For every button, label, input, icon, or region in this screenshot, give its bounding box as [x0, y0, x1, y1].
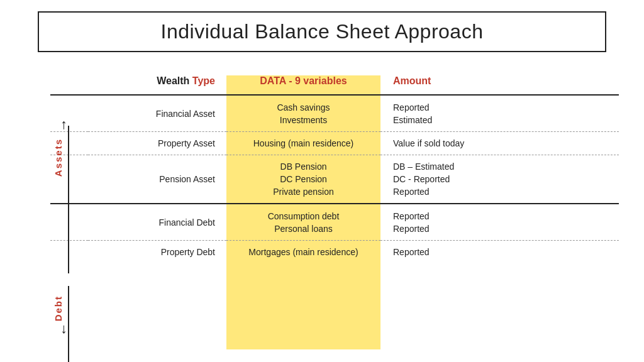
personal-loans-data: Personal loans: [226, 222, 380, 241]
arrow-up-icon: ↑: [60, 116, 67, 133]
private-pension-amount: Reported: [380, 185, 619, 204]
property-asset-row: Property Asset Housing (main residence) …: [50, 132, 619, 155]
header-row: Wealth Type DATA - 9 variables Amount: [50, 75, 619, 95]
title-box: Individual Balance Sheet Approach: [38, 11, 606, 52]
debt-label: Debt: [53, 295, 64, 321]
assets-vertical-line: [68, 126, 69, 273]
property-debt-label: Property Debt: [88, 241, 226, 263]
mortgages-data: Mortgages (main residence): [226, 241, 380, 263]
financial-debt-label: Financial Debt: [88, 205, 226, 241]
header-amount-col: Amount: [380, 75, 619, 95]
dc-pension-data: DC Pension: [226, 173, 380, 185]
financial-debt-row1: Financial Debt Consumption debt Reported: [50, 205, 619, 222]
mortgages-amount: Reported: [380, 241, 619, 263]
balance-sheet-table: Wealth Type DATA - 9 variables Amount Fi…: [50, 75, 619, 263]
private-pension-data: Private pension: [226, 185, 380, 204]
investments-amount: Estimated: [380, 114, 619, 132]
assets-label: Assets: [53, 138, 64, 177]
pension-asset-label: Pension Asset: [88, 155, 226, 204]
cash-savings-data: Cash savings: [226, 96, 380, 114]
header-type-red: Type: [192, 75, 215, 86]
debt-vertical-line: [68, 286, 69, 362]
property-asset-label: Property Asset: [88, 132, 226, 155]
db-pension-data: DB Pension: [226, 155, 380, 173]
property-debt-row: Property Debt Mortgages (main residence)…: [50, 241, 619, 263]
housing-data: Housing (main residence): [226, 132, 380, 155]
header-wealth-type: Wealth Type: [88, 75, 226, 95]
financial-asset-label: Financial Asset: [88, 96, 226, 132]
personal-loans-amount: Reported: [380, 222, 619, 241]
pension-asset-row1: Pension Asset DB Pension DB – Estimated: [50, 155, 619, 173]
consumption-debt-amount: Reported: [380, 205, 619, 222]
db-pension-amount: DB – Estimated: [380, 155, 619, 173]
arrow-down-icon: ↓: [60, 321, 67, 337]
header-spacer: [50, 75, 88, 95]
investments-data: Investments: [226, 114, 380, 132]
consumption-debt-data: Consumption debt: [226, 205, 380, 222]
dc-pension-amount: DC - Reported: [380, 173, 619, 185]
housing-amount: Value if sold today: [380, 132, 619, 155]
financial-asset-row1: Financial Asset Cash savings Reported: [50, 96, 619, 114]
page-title: Individual Balance Sheet Approach: [161, 20, 484, 43]
cash-savings-amount: Reported: [380, 96, 619, 114]
header-data-col: DATA - 9 variables: [226, 75, 380, 95]
